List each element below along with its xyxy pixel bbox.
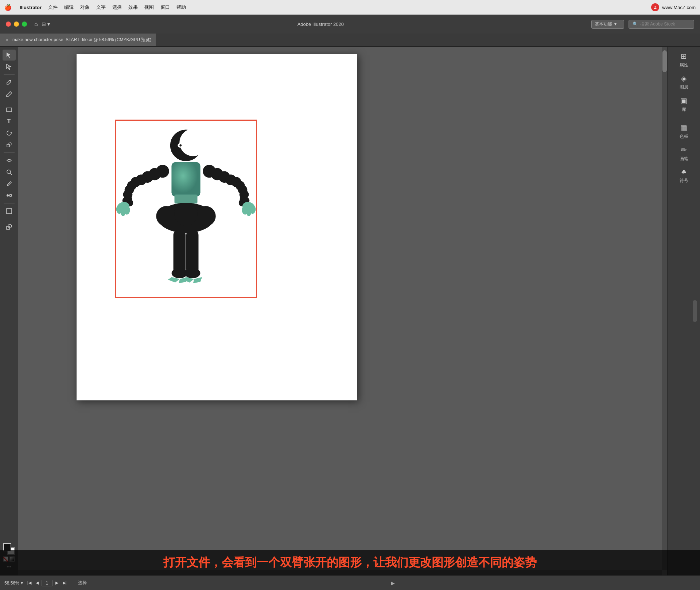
layers-label: 图层 [680, 84, 688, 90]
swatches-label: 色板 [680, 133, 688, 140]
svg-marker-60 [193, 277, 202, 283]
vertical-scrollbar-thumb[interactable] [662, 50, 667, 72]
menu-illustrator[interactable]: Illustrator [20, 5, 42, 10]
close-button[interactable] [6, 22, 11, 27]
menu-edit[interactable]: 编辑 [64, 4, 74, 11]
minimize-button[interactable] [14, 22, 19, 27]
left-toolbar: T ••• [0, 47, 18, 575]
artboard [77, 54, 357, 400]
libraries-icon: ▣ [680, 96, 687, 105]
right-panel: ⊞ 属性 ◈ 图层 ▣ 库 ▦ 色板 ✏ 画笔 ♣ 符号 [667, 47, 700, 575]
symbols-panel-btn[interactable]: ♣ 符号 [669, 166, 699, 186]
svg-point-10 [8, 224, 12, 228]
blend-tool[interactable] [3, 190, 16, 201]
artboard-frame [115, 120, 257, 298]
svg-point-14 [179, 144, 182, 147]
symbols-label: 符号 [680, 178, 688, 184]
tool-separator-2 [4, 102, 15, 102]
libraries-panel-btn[interactable]: ▣ 库 [669, 94, 699, 115]
brushes-icon: ✏ [681, 145, 687, 154]
graph-tool[interactable] [3, 206, 16, 217]
zoom-dropdown-icon[interactable]: ▾ [21, 581, 23, 586]
menu-select[interactable]: 选择 [112, 4, 122, 11]
tool-separator-3 [4, 152, 15, 153]
menu-object[interactable]: 对象 [80, 4, 90, 11]
title-bar: ⌂ ⊟ ▾ Adobe Illustrator 2020 基本功能 ▾ 🔍 搜索… [0, 15, 700, 34]
svg-point-6 [7, 194, 9, 197]
apple-menu[interactable]: 🍎 [4, 4, 12, 11]
menu-bar: 🍎 Illustrator 文件 编辑 对象 文字 选择 效果 视图 窗口 帮助… [0, 0, 700, 15]
menu-file[interactable]: 文件 [48, 4, 58, 11]
layers-panel-btn[interactable]: ◈ 图层 [669, 72, 699, 93]
maximize-button[interactable] [22, 22, 27, 27]
brushes-label: 画笔 [680, 156, 688, 162]
menu-text[interactable]: 文字 [96, 4, 106, 11]
svg-rect-53 [174, 230, 186, 273]
menu-effect[interactable]: 效果 [128, 4, 138, 11]
menu-help[interactable]: 帮助 [176, 4, 186, 11]
swatches-panel-btn[interactable]: ▦ 色板 [669, 121, 699, 142]
home-icon[interactable]: ⌂ [34, 21, 38, 27]
workspace-selector[interactable]: 基本功能 ▾ [591, 20, 624, 29]
vertical-scrollbar[interactable] [662, 47, 667, 570]
toolbar-right: 基本功能 ▾ 🔍 搜索 Adobe Stock [591, 20, 700, 29]
panel-separator-1 [673, 118, 695, 118]
svg-point-7 [9, 194, 12, 197]
svg-point-52 [174, 203, 197, 226]
current-tool-status: 选择 [78, 580, 87, 586]
status-center: ▶ [90, 580, 696, 586]
play-button[interactable]: ▶ [391, 580, 395, 586]
properties-icon: ⊞ [681, 52, 687, 61]
pen-tool[interactable] [3, 77, 16, 88]
svg-point-58 [184, 268, 200, 278]
window-controls [0, 22, 27, 27]
svg-point-4 [7, 170, 11, 174]
svg-point-51 [196, 206, 216, 226]
rotate-tool[interactable] [3, 128, 16, 139]
right-arm [203, 165, 249, 206]
character-illustration [116, 121, 256, 297]
svg-point-50 [156, 206, 176, 226]
shape-builder-tool[interactable] [3, 221, 16, 232]
scale-tool[interactable] [3, 139, 16, 150]
first-page-btn[interactable]: |◀ [26, 580, 33, 586]
svg-rect-17 [172, 162, 201, 197]
status-bar: 58.56% ▾ |◀ ◀ 1 ▶ ▶| 选择 ▶ [0, 575, 700, 590]
zoom-selector[interactable]: 58.56% ▾ [4, 581, 23, 586]
tab-close-button[interactable]: ✕ [4, 38, 9, 43]
subtitle-bar: 打开文件，会看到一个双臂张开的图形，让我们更改图形创造不同的姿势 [0, 550, 700, 575]
left-foot [168, 268, 188, 283]
head-group [170, 129, 207, 161]
page-number[interactable]: 1 [42, 580, 52, 586]
next-page-btn[interactable]: ▶ [54, 580, 60, 586]
file-tab[interactable]: ✕ make-new-character-pose_START_file.ai … [0, 34, 156, 46]
libraries-label: 库 [682, 106, 686, 113]
brushes-panel-btn[interactable]: ✏ 画笔 [669, 143, 699, 164]
rectangle-tool[interactable] [3, 104, 16, 115]
properties-panel-btn[interactable]: ⊞ 属性 [669, 50, 699, 70]
left-arm [122, 165, 169, 206]
canvas-area[interactable] [18, 47, 667, 575]
warp-tool[interactable] [3, 155, 16, 166]
prev-page-btn[interactable]: ◀ [34, 580, 40, 586]
layers-icon: ◈ [681, 74, 687, 83]
search-adobe-stock[interactable]: 🔍 搜索 Adobe Stock [629, 20, 694, 29]
tool-separator-1 [4, 74, 15, 75]
svg-point-12 [179, 129, 207, 156]
macz-logo: Z [651, 3, 659, 11]
symbols-icon: ♣ [681, 168, 686, 176]
view-toggle-icon[interactable]: ⊟ ▾ [42, 21, 50, 27]
properties-label: 属性 [680, 62, 688, 68]
last-page-btn[interactable]: ▶| [61, 580, 68, 586]
nav-controls: |◀ ◀ 1 ▶ ▶| [26, 580, 68, 586]
pencil-tool[interactable] [3, 89, 16, 100]
menu-view[interactable]: 视图 [144, 4, 154, 11]
selection-tool[interactable] [3, 50, 16, 61]
zoom-tool[interactable] [3, 167, 16, 178]
type-tool[interactable]: T [3, 116, 16, 127]
svg-point-0 [10, 80, 11, 81]
eyedropper-tool[interactable] [3, 178, 16, 189]
panel-scroll-indicator[interactable] [693, 300, 697, 322]
menu-window[interactable]: 窗口 [160, 4, 170, 11]
direct-selection-tool[interactable] [3, 61, 16, 72]
